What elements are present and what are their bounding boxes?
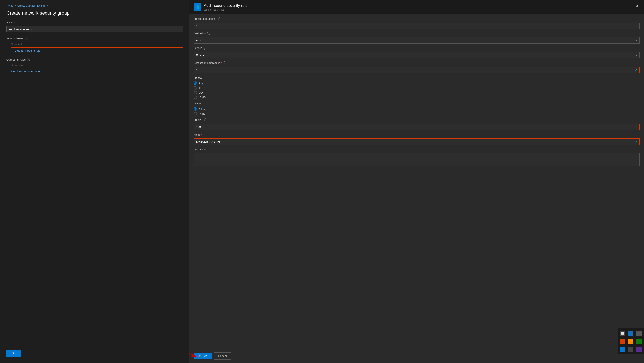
dest-port-check-icon: ✓ [635,68,638,72]
inbound-no-results: No results [6,42,183,47]
icon-cell-2[interactable] [627,329,635,337]
panel-header: Add inbound security rule sentinel-lab-v… [189,0,644,14]
action-label: Action [194,102,640,105]
svg-rect-8 [628,347,634,352]
service-select[interactable]: CustomHTTPHTTPSSSHRDP [194,52,640,58]
outbound-rules-header: Outbound rules i [6,58,183,61]
azure-shield-icon [194,3,201,11]
panel-title: Add inbound security rule [204,3,248,8]
svg-rect-6 [636,339,642,344]
outbound-no-results: No results [6,63,183,69]
priority-check-icon: ✓ [635,125,638,128]
rule-name-wrapper: ✓ [194,138,640,145]
protocol-icmp-label: ICMP [199,96,206,99]
protocol-udp-circle [194,91,197,94]
source-port-group: Source port ranges * i [194,17,640,29]
icon-cell-7[interactable] [619,346,626,353]
action-allow-radio[interactable]: Allow [194,107,640,111]
icon-cell-9[interactable] [635,346,643,353]
panel-subtitle: sentinel-lab-vm-nsg [204,8,248,11]
protocol-icmp-circle [194,96,197,99]
dest-port-input[interactable] [194,67,640,73]
source-port-info-icon[interactable]: i [218,17,221,20]
outbound-info-icon[interactable]: i [27,58,30,61]
left-panel: Home > Create a virtual machine > Create… [0,0,189,363]
service-info-icon[interactable]: i [203,47,206,50]
source-port-input[interactable] [194,22,640,29]
icon-cell-1[interactable]: ⬜ [619,329,626,337]
name-field-group: Name * [6,21,183,32]
protocol-any-radio[interactable]: Any [194,81,640,85]
description-textarea[interactable] [194,153,640,166]
protocol-radio-group: Any TCP UDP ICMP [194,81,640,99]
svg-rect-4 [620,339,625,344]
destination-label: Destination i [194,32,640,35]
icon-cell-4[interactable] [619,338,626,345]
breadcrumb: Home > Create a virtual machine > [6,4,183,7]
breadcrumb-home[interactable]: Home [6,4,13,7]
icon-cell-3[interactable] [635,329,643,337]
name-required: * [14,21,15,24]
name-input[interactable] [6,26,183,32]
priority-group: Priority * i ✓ [194,118,640,130]
breadcrumb-sep2: > [47,4,48,7]
destination-group: Destination i AnyIP AddressesService Tag… [194,32,640,44]
action-deny-label: Deny [199,112,205,115]
service-select-wrapper: CustomHTTPHTTPSSSHRDP ▾ [194,52,640,58]
protocol-icmp-radio[interactable]: ICMP [194,96,640,99]
panel-header-left: Add inbound security rule sentinel-lab-v… [194,3,248,11]
add-inbound-rule-button[interactable]: + Add an inbound rule [11,47,183,54]
more-options-icon[interactable]: ... [72,11,75,15]
protocol-any-label: Any [199,82,204,85]
add-outbound-rule-button[interactable]: + Add an outbound rule [11,69,183,74]
priority-info-icon[interactable]: i [204,118,207,121]
svg-rect-7 [620,347,625,352]
dest-port-group: Destination port ranges * i ✓ [194,61,640,73]
icon-cell-6[interactable] [635,338,643,345]
priority-wrapper: ✓ [194,124,640,130]
panel-body: Source port ranges * i Destination i Any… [189,14,644,350]
dest-port-label: Destination port ranges * i [194,61,640,64]
rule-name-group: Name * ✓ [194,133,640,145]
description-group: Description [194,148,640,166]
cancel-button[interactable]: Cancel [214,353,231,360]
dest-port-wrapper: ✓ [194,67,640,73]
protocol-label: Protocol [194,76,640,79]
description-label: Description [194,148,640,151]
action-allow-circle [194,107,197,111]
protocol-tcp-label: TCP [199,86,204,90]
breadcrumb-create-vm[interactable]: Create a virtual machine [18,4,45,7]
destination-select[interactable]: AnyIP AddressesService TagApplication se… [194,37,640,44]
protocol-group: Protocol Any TCP UDP ICMP [194,76,640,99]
priority-input[interactable] [194,124,640,130]
right-panel: Add inbound security rule sentinel-lab-v… [189,0,644,363]
protocol-tcp-radio[interactable]: TCP [194,86,640,90]
icon-cell-8[interactable] [627,346,635,353]
ok-button[interactable]: OK [6,350,21,357]
action-group: Action Allow Deny [194,102,640,115]
source-port-label: Source port ranges * i [194,17,640,20]
destination-info-icon[interactable]: i [207,32,210,35]
svg-rect-5 [628,339,634,344]
add-button[interactable]: 🚀 Add [194,353,212,359]
action-deny-radio[interactable]: Deny [194,112,640,115]
dest-port-info-icon[interactable]: i [223,61,226,64]
page-title: Create network security group ... [6,10,183,16]
icon-cell-5[interactable] [627,338,635,345]
service-label: Service i [194,47,640,50]
close-button[interactable]: ✕ [634,3,640,9]
service-group: Service i CustomHTTPHTTPSSSHRDP ▾ [194,47,640,58]
action-deny-circle [194,112,197,115]
inbound-rules-header: Inbound rules i [6,37,183,40]
svg-rect-9 [636,347,642,352]
inbound-info-icon[interactable]: i [25,37,28,40]
protocol-udp-label: UDP [199,91,204,94]
icon-grid: ⬜ [618,328,644,355]
protocol-udp-radio[interactable]: UDP [194,91,640,94]
add-rocket-icon: 🚀 [198,355,201,358]
panel-footer: 🚀 Add Cancel ⬜ [189,350,644,363]
svg-rect-3 [636,331,642,336]
svg-rect-2 [628,331,634,336]
rule-name-input[interactable] [194,138,640,145]
protocol-tcp-circle [194,86,197,90]
